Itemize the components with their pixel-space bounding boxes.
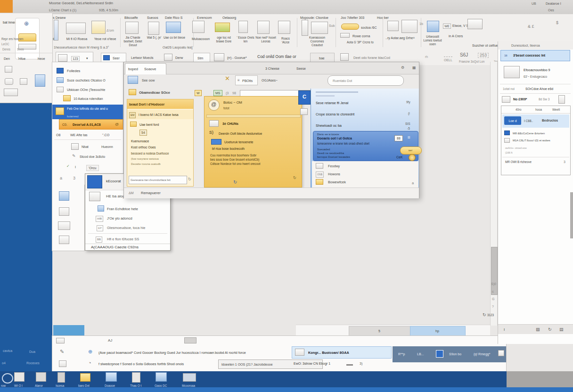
nav-row-co[interactable]: ''.CO <box>102 133 109 137</box>
dialog-tab[interactable]: Seese <box>296 66 306 71</box>
kongr-panel[interactable]: Kongr... Buoicoan/ 8GAA <box>292 346 392 359</box>
blue-item[interactable]: Shewloadi oc ba <box>316 123 342 128</box>
doc-icon[interactable]: ▤ <box>559 327 564 332</box>
deerdn-label[interactable]: Deerdn Ooft blecle Aesturwtoe <box>219 131 262 136</box>
monitor-icon[interactable] <box>166 22 181 33</box>
lertwor-label[interactable]: Lertwor Moecls <box>131 56 153 60</box>
layout-grid-icon[interactable] <box>91 21 106 34</box>
caret-down-icon[interactable]: ▾ <box>86 56 88 60</box>
tab-den[interactable]: Den <box>4 57 10 61</box>
calculator-icon[interactable] <box>71 143 79 150</box>
nav-orange-row[interactable]: C0. Deoe'ud A.01,AC8 @ <box>59 119 123 130</box>
nav-nbat[interactable]: Nbat <box>82 145 89 149</box>
nav-item[interactable]: Ubkioan OOre (Teeoochte <box>67 88 105 92</box>
refresh-icon[interactable]: ↻ <box>548 327 552 332</box>
nav-i[interactable]: I <box>75 165 76 169</box>
taskbar-icon[interactable] <box>80 373 90 382</box>
taskbar-icon[interactable] <box>36 372 46 382</box>
dialog-tab[interactable]: 3 Cheese <box>265 66 279 71</box>
calendar-icon[interactable] <box>58 54 67 62</box>
dash-control[interactable] <box>346 364 353 366</box>
ribbon-label[interactable]: Mi fi iO Roeoa <box>62 37 91 41</box>
refresh-icon[interactable]: ↻ <box>293 176 296 180</box>
desktop-label[interactable]: Dua <box>29 350 35 354</box>
search-box[interactable]: Ruentato Dot <box>327 75 404 86</box>
highlighter-icon[interactable] <box>341 24 359 30</box>
scrollbar-thumb[interactable] <box>491 247 498 295</box>
folder-icon[interactable] <box>192 21 205 33</box>
window-chip-icon[interactable] <box>56 338 65 343</box>
ribbon-label[interactable]: Uae co bri bieoe <box>163 36 186 40</box>
goorue-label[interactable]: (rr) - Goorue* <box>227 56 247 60</box>
strip-item[interactable]: S9on bo <box>449 352 461 356</box>
seer-button[interactable]: Seer <box>101 53 126 63</box>
ribbon-label[interactable]: Yeoe rot o'teoe <box>91 37 119 41</box>
card-tab[interactable]: 40ro <box>516 107 522 112</box>
desktop-label[interactable]: o4 <box>2 361 6 365</box>
shortcut-icon[interactable] <box>59 207 69 216</box>
ribbon-label[interactable]: Suzcher ot cetfue <box>472 43 498 48</box>
image-icon[interactable] <box>214 53 224 61</box>
pbotts-button[interactable]: ≡ PBOtts <box>235 75 258 85</box>
desktop-label[interactable]: Roceoes <box>26 361 40 365</box>
nav-hueonn[interactable]: Hueonn <box>101 145 113 149</box>
card-tab[interactable]: hooa <box>535 107 542 112</box>
nav-row-o8[interactable]: O8 <box>56 133 60 137</box>
cod-label[interactable]: Cod onild Oom tlae or <box>257 55 296 59</box>
ribbon-label[interactable]: soctoa /6C <box>361 25 377 30</box>
nav-selected-row[interactable]: Feb Ore loftrots do ute and u botarresd <box>52 105 123 119</box>
menu-item[interactable]: A(CAAAOUG Caecte C92ns <box>85 244 170 251</box>
card-selected-row[interactable]: Loe d I C88.. Bedrucios <box>502 114 569 128</box>
status-row-2[interactable]: f slwedcrpnoe f Soned o Sota Gdlooes for… <box>98 362 184 366</box>
ribbon-label[interactable]: Urbeoostt Lomes lowtud ooen <box>422 35 443 46</box>
card-item[interactable]: M1A C6L/7.6ooo/ i(3) et wobes <box>513 139 550 143</box>
ribbon-label[interactable]: Aota G '3P' Crcns to <box>347 41 376 44</box>
warning-icon[interactable] <box>340 53 349 61</box>
refresh-icon[interactable]: ↻ <box>188 177 191 182</box>
status-row-1[interactable]: (Aoe pacut boamacod* Cord Goocer Boctorg… <box>98 351 246 355</box>
titlebar-menu[interactable]: Oes <box>548 8 554 12</box>
taskbar-icon[interactable] <box>57 372 65 383</box>
blue-strip-button[interactable]: C <box>298 90 311 105</box>
vertical-scrollbar[interactable] <box>490 62 498 326</box>
chart-chip-icon[interactable] <box>300 108 308 115</box>
door-icon[interactable] <box>558 95 565 104</box>
ribbon-label[interactable]: Roacs 'AUce <box>277 37 294 44</box>
printer-icon[interactable] <box>66 23 86 34</box>
grid-cell-1[interactable]: 5 <box>349 326 411 336</box>
refresh-icon[interactable]: ↻ <box>483 312 486 317</box>
copy-icon[interactable] <box>164 54 172 61</box>
nav-row-we[interactable]: WE Afte tas <box>70 133 88 137</box>
ctl2-label[interactable]: 3) <box>360 361 362 366</box>
taskbar-icon[interactable] <box>183 373 196 382</box>
ribbon-label[interactable]: ' Esoce Orels len <box>237 36 254 43</box>
footer-item[interactable]: Howons <box>328 172 340 176</box>
app-logo[interactable] <box>0 0 13 13</box>
ribbon-label[interactable]: in A Crers <box>449 34 463 38</box>
textbox-icon[interactable] <box>340 33 350 38</box>
taskbar-icon[interactable] <box>106 372 117 382</box>
see-oow-label[interactable]: See oow <box>142 78 155 82</box>
table-icon[interactable] <box>278 21 290 34</box>
panel-scrollbar-thumb[interactable] <box>570 192 573 238</box>
grid-icon[interactable]: ▦ <box>412 65 416 70</box>
taskbar-icon[interactable] <box>156 372 167 382</box>
panel-blue-bar[interactable]: 38 3'beset coecesoc lnt <box>500 50 570 61</box>
window-icon[interactable] <box>148 22 159 35</box>
printer-icon[interactable] <box>467 19 483 29</box>
strip-item[interactable]: R**p <box>398 352 405 356</box>
image-icon[interactable] <box>427 21 439 32</box>
stamp-icon[interactable] <box>20 78 27 85</box>
image-icon[interactable]: ▨ <box>536 327 540 332</box>
cream-item[interactable]: Uae bent ford <box>127 120 193 129</box>
tray-icon[interactable] <box>498 350 504 356</box>
nav-stcod[interactable]: Stcod doe 3c8cto <box>80 155 105 159</box>
ribbon-label[interactable]: Rowe corna <box>352 34 370 38</box>
ribbon-label[interactable]: Koerasooon Cooromes Ceaubot <box>304 36 330 47</box>
ribbon-label[interactable]: Muloacooon <box>188 37 213 41</box>
grid-cell-2[interactable]: hp <box>410 326 466 336</box>
ribbon-label[interactable]: oge toc nd brawe Dore <box>213 36 235 43</box>
close-x-icon[interactable]: ✕ <box>225 76 230 81</box>
ewo-label[interactable]: EwO: 3strow CN Ebogr 1 <box>294 361 330 366</box>
card-item[interactable]: M8 &EcCoCene &rtorten <box>513 131 545 135</box>
